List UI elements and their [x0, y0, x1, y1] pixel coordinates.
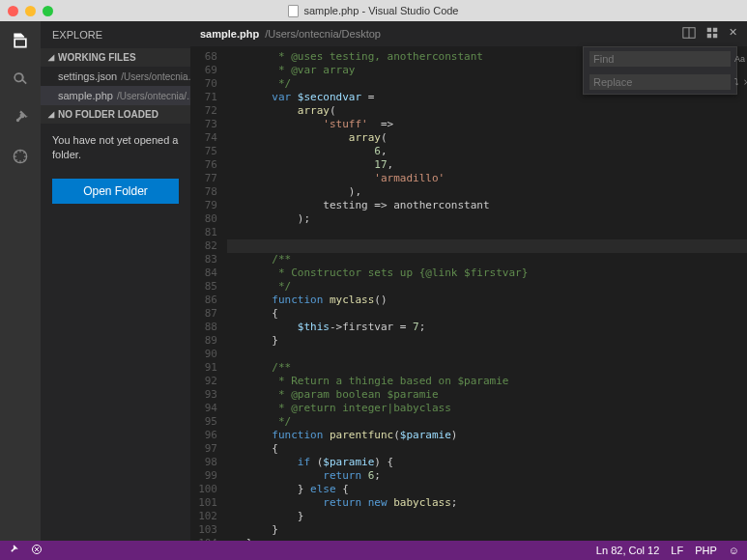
svg-rect-6 [713, 34, 717, 38]
replace-one-icon[interactable]: ⤵ [734, 77, 739, 87]
chevron-down-icon: ◢ [48, 110, 54, 119]
git-icon[interactable] [9, 106, 32, 129]
svg-rect-5 [707, 34, 711, 38]
window-title: sample.php - Visual Studio Code [303, 5, 458, 16]
search-icon[interactable] [9, 68, 32, 91]
tab-filepath: /Users/ontecnia/Desktop [265, 28, 381, 40]
chevron-down-icon: ◢ [48, 53, 54, 62]
line-gutter: 6869707172737475767778798081828384858687… [190, 46, 227, 541]
working-file-settings[interactable]: settings.json /Users/ontecnia... [41, 67, 190, 86]
working-file-sample[interactable]: sample.php /Users/ontecnia/... [41, 86, 190, 105]
minimize-window-button[interactable] [25, 6, 36, 16]
status-feedback-icon[interactable]: ☺ [729, 545, 739, 556]
file-icon [288, 5, 299, 17]
sidebar: EXPLORE ◢ WORKING FILES settings.json /U… [41, 21, 190, 541]
no-folder-notice: You have not yet opened a folder. [41, 124, 190, 173]
activity-bar [0, 21, 41, 541]
code-area[interactable]: 6869707172737475767778798081828384858687… [190, 46, 747, 541]
close-editor-icon[interactable]: ✕ [729, 26, 737, 42]
debug-icon[interactable] [9, 145, 32, 168]
editor: sample.php /Users/ontecnia/Desktop ✕ [190, 21, 747, 541]
match-case-toggle[interactable]: Aa [734, 54, 745, 64]
no-folder-header[interactable]: ◢ NO FOLDER LOADED [41, 105, 190, 124]
status-bar: Ln 82, Col 12 LF PHP ☺ [0, 541, 747, 560]
split-editor-icon[interactable] [682, 26, 696, 42]
zoom-window-button[interactable] [43, 6, 53, 16]
explorer-icon[interactable] [9, 29, 32, 52]
svg-rect-3 [707, 28, 711, 32]
status-git-icon[interactable] [8, 544, 19, 557]
code-content[interactable]: * @uses testing, anotherconstant * @var … [227, 46, 747, 541]
titlebar: sample.php - Visual Studio Code [0, 0, 747, 21]
replace-all-icon[interactable]: ⤮ [743, 77, 747, 87]
status-error-icon[interactable] [31, 544, 43, 557]
open-folder-button[interactable]: Open Folder [52, 179, 179, 204]
svg-rect-4 [713, 28, 717, 32]
status-lang[interactable]: PHP [695, 545, 717, 556]
close-window-button[interactable] [8, 6, 18, 16]
status-eol[interactable]: LF [671, 545, 683, 556]
find-input[interactable] [589, 51, 731, 67]
working-files-header[interactable]: ◢ WORKING FILES [41, 48, 190, 67]
find-replace-panel: Aa Ab̲ ⁅*⁆ ← → ≡ ✕ ⤵ ⤮ [583, 46, 737, 95]
replace-input[interactable] [589, 74, 731, 90]
sidebar-title: EXPLORE [41, 21, 190, 48]
more-icon[interactable] [705, 26, 719, 42]
tab-filename[interactable]: sample.php [200, 28, 259, 40]
editor-tabbar: sample.php /Users/ontecnia/Desktop ✕ [190, 21, 747, 46]
status-position[interactable]: Ln 82, Col 12 [596, 545, 659, 556]
